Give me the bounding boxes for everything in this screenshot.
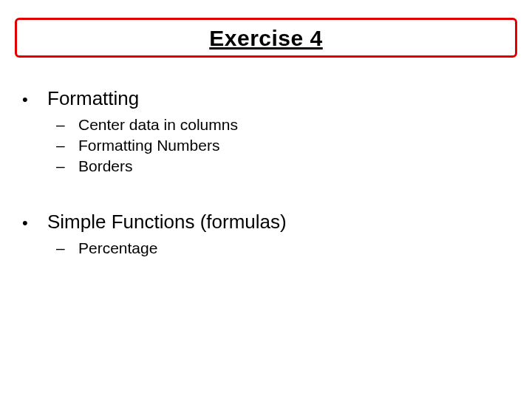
list-item-label: Formatting bbox=[47, 87, 139, 110]
list-subitem: – Center data in columns bbox=[56, 116, 510, 134]
content-area: • Formatting – Center data in columns – … bbox=[22, 87, 510, 260]
slide-title: Exercise 4 bbox=[209, 26, 322, 50]
slide: Exercise 4 • Formatting – Center data in… bbox=[0, 0, 532, 399]
list-subitem-label: Percentage bbox=[78, 239, 157, 257]
bullet-icon: • bbox=[22, 90, 47, 109]
list-subitem: – Borders bbox=[56, 157, 510, 175]
list-subitem-label: Borders bbox=[78, 157, 133, 175]
title-box: Exercise 4 bbox=[15, 18, 517, 58]
list-subitem-label: Center data in columns bbox=[78, 116, 238, 134]
dash-icon: – bbox=[56, 116, 78, 134]
dash-icon: – bbox=[56, 137, 78, 154]
bullet-icon: • bbox=[22, 214, 47, 233]
list-subitem: – Formatting Numbers bbox=[56, 137, 510, 154]
list-subitem-label: Formatting Numbers bbox=[78, 137, 219, 154]
dash-icon: – bbox=[56, 157, 78, 175]
list-item: • Simple Functions (formulas) bbox=[22, 211, 510, 233]
list-item: • Formatting bbox=[22, 87, 510, 110]
list-item-label: Simple Functions (formulas) bbox=[47, 211, 287, 233]
dash-icon: – bbox=[56, 239, 78, 257]
list-subitem: – Percentage bbox=[56, 239, 510, 257]
